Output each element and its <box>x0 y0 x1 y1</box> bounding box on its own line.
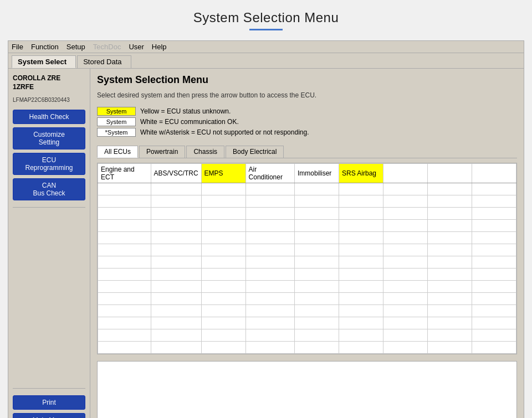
page-title: System Selection Menu <box>0 10 532 25</box>
ecu-col-empty2 <box>427 164 472 183</box>
ecu-col-empty1 <box>383 164 427 183</box>
ecu-col-engine[interactable]: Engine and ECT <box>98 164 151 183</box>
health-check-button[interactable]: Health Check <box>13 110 85 124</box>
table-row <box>98 342 516 354</box>
ecu-tabs: All ECUs Powertrain Chassis Body Electri… <box>97 146 517 158</box>
ecu-tab-body-electrical[interactable]: Body Electrical <box>226 146 284 158</box>
menu-setup[interactable]: Setup <box>66 43 85 51</box>
ecu-col-empty3 <box>472 164 516 183</box>
tab-stored-data[interactable]: Stored Data <box>77 55 131 68</box>
content-subtitle: Select desired system and then press the… <box>97 91 517 99</box>
tabs-bar: System Select Stored Data <box>8 53 524 69</box>
main-area: COROLLA ZRE1ZRFE LFMAP22C6B0320443 Healt… <box>8 69 524 418</box>
table-row <box>98 244 516 256</box>
legend-row-yellow: System Yellow = ECU status unknown. <box>97 107 517 116</box>
legend-row-white: System White = ECU communication OK. <box>97 117 517 126</box>
table-row <box>98 183 516 195</box>
legend-desc-yellow: Yellow = ECU status unknown. <box>140 107 231 115</box>
bottom-panel <box>97 361 517 418</box>
ecu-col-abs[interactable]: ABS/VSC/TRC <box>151 164 201 183</box>
ecu-reprogramming-button[interactable]: ECUReprogramming <box>13 153 85 175</box>
vin: LFMAP22C6B0320443 <box>13 97 85 103</box>
table-row <box>98 305 516 317</box>
sidebar-divider <box>13 207 85 208</box>
ecu-header-row: Engine and ECT ABS/VSC/TRC EMPS Air Cond… <box>98 164 516 183</box>
table-row <box>98 269 516 281</box>
table-row <box>98 293 516 305</box>
sidebar-divider-2 <box>13 388 85 389</box>
ecu-col-emps[interactable]: EMPS <box>201 164 245 183</box>
legend-btn-asterisk: *System <box>97 128 136 137</box>
ecu-col-aircon[interactable]: Air Conditioner <box>245 164 294 183</box>
ecu-grid: Engine and ECT ABS/VSC/TRC EMPS Air Cond… <box>98 163 516 354</box>
legend: System Yellow = ECU status unknown. Syst… <box>97 107 517 137</box>
page-header: System Selection Menu <box>0 0 532 36</box>
menu-function[interactable]: Function <box>31 43 59 51</box>
table-row <box>98 256 516 269</box>
legend-desc-asterisk: White w/Asterisk = ECU not supported or … <box>140 128 309 136</box>
menu-user[interactable]: User <box>129 43 144 51</box>
tab-system-select[interactable]: System Select <box>12 55 76 68</box>
main-menu-button[interactable]: Main Menu <box>13 413 85 418</box>
table-row <box>98 208 516 220</box>
ecu-tab-all[interactable]: All ECUs <box>97 146 138 158</box>
table-row <box>98 232 516 244</box>
legend-desc-white: White = ECU communication OK. <box>140 118 239 126</box>
sidebar: COROLLA ZRE1ZRFE LFMAP22C6B0320443 Healt… <box>8 69 90 418</box>
ecu-tab-powertrain[interactable]: Powertrain <box>139 146 185 158</box>
table-row <box>98 195 516 208</box>
menu-bar: File Function Setup TechDoc User Help <box>8 41 524 53</box>
legend-row-asterisk: *System White w/Asterisk = ECU not suppo… <box>97 128 517 137</box>
legend-btn-white: System <box>97 117 136 126</box>
vehicle-model: COROLLA ZRE1ZRFE <box>13 74 85 91</box>
table-row <box>98 220 516 232</box>
ecu-tab-chassis[interactable]: Chassis <box>186 146 224 158</box>
menu-file[interactable]: File <box>12 43 23 51</box>
menu-help[interactable]: Help <box>152 43 167 51</box>
app-window: File Function Setup TechDoc User Help Sy… <box>8 40 524 418</box>
legend-btn-yellow: System <box>97 107 136 116</box>
table-row <box>98 317 516 329</box>
can-bus-check-button[interactable]: CANBus Check <box>13 178 85 200</box>
content-area: System Selection Menu Select desired sys… <box>90 69 524 418</box>
table-row <box>98 281 516 293</box>
ecu-col-srs[interactable]: SRS Airbag <box>339 164 383 183</box>
table-row <box>98 329 516 342</box>
print-button[interactable]: Print <box>13 395 85 410</box>
ecu-grid-container: Engine and ECT ABS/VSC/TRC EMPS Air Cond… <box>97 163 517 354</box>
menu-techdoc: TechDoc <box>93 43 121 51</box>
content-title: System Selection Menu <box>97 74 517 86</box>
title-underline <box>249 29 283 30</box>
ecu-col-immobiliser[interactable]: Immobiliser <box>294 164 339 183</box>
customize-setting-button[interactable]: CustomizeSetting <box>13 127 85 149</box>
